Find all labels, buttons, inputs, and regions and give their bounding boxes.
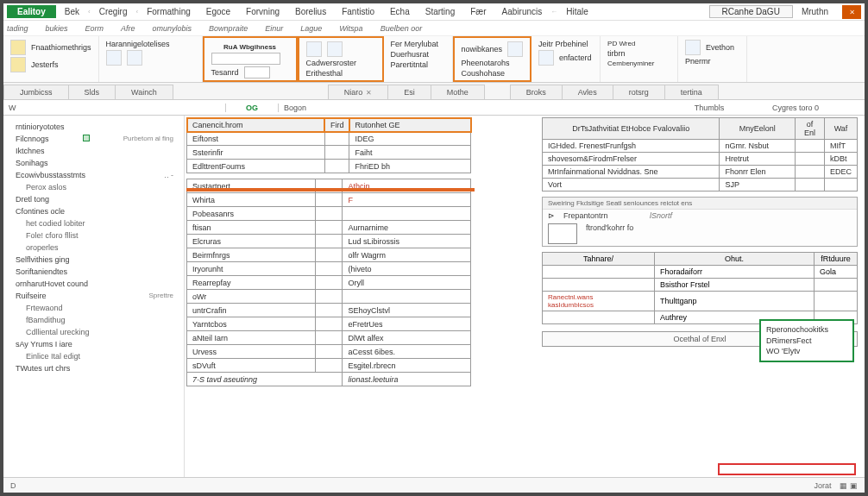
data-table-2[interactable]: SustartnertAthcinWhirtaFPobeasanrsftisan… (186, 179, 471, 386)
cell[interactable] (543, 266, 655, 279)
detail-table[interactable]: Tahnare/ Ohut. fRtduure FhoradaiforrGola… (542, 252, 858, 324)
cell[interactable]: Fhonrr Elen (720, 166, 796, 179)
cell[interactable]: DlWt alfex (343, 331, 471, 345)
cell[interactable]: Fhoradaiforr (655, 266, 815, 279)
cell[interactable] (324, 132, 349, 146)
cell[interactable]: Beirmfnrgs (187, 248, 316, 262)
cell[interactable] (815, 279, 858, 292)
cell[interactable]: Vort (543, 179, 720, 191)
data-table[interactable]: Canencit.hrom Fird Rutonhet GE EiftonstI… (186, 117, 471, 173)
cell[interactable]: shovesom&FirodmFrelser (543, 153, 720, 166)
menu-7[interactable]: Fantistio (335, 5, 381, 18)
cell[interactable]: Pobeasanrs (187, 207, 316, 221)
menu-file[interactable]: Ealitoy (7, 5, 56, 18)
cell[interactable] (315, 345, 343, 359)
side-item[interactable]: Sonihags (7, 157, 180, 169)
preview-box[interactable] (548, 223, 577, 244)
cell[interactable] (324, 160, 349, 173)
cell[interactable]: FhriED bh (349, 160, 471, 173)
side-item[interactable]: oroperles (7, 242, 180, 254)
cell[interactable] (824, 179, 857, 191)
cell[interactable] (795, 153, 824, 166)
cell[interactable]: Thulttganp (655, 292, 815, 311)
side-item[interactable]: sAy Yrums I iare (7, 338, 180, 350)
table-icon[interactable] (507, 41, 523, 57)
sublink[interactable]: bukies (46, 24, 68, 33)
cell[interactable] (315, 207, 343, 221)
table-row[interactable]: EdlttrentFoumsFhriED bh (187, 160, 471, 173)
side-item[interactable]: RuifseireSprettre (7, 290, 180, 302)
window-close-button[interactable]: ⨉ (842, 5, 861, 19)
th[interactable]: of Enl (795, 118, 824, 140)
sublink[interactable]: omunylobis (153, 24, 192, 33)
tab[interactable]: Broks (510, 85, 563, 99)
table-row[interactable]: Beirmfnrgsolfr Wagrm (187, 248, 471, 262)
menu-5[interactable]: Forvning (239, 5, 286, 18)
side-item[interactable]: Fole! cforo fllist (7, 229, 180, 242)
side-item[interactable]: fBamdithug (7, 314, 180, 326)
tab[interactable]: Esi (387, 85, 431, 99)
cell[interactable]: Iryorunht (187, 262, 316, 276)
cell[interactable]: Gola (815, 266, 858, 279)
table-header[interactable]: Fird (324, 118, 349, 132)
sublink[interactable]: Afre (121, 24, 135, 33)
tab[interactable]: Wainch (115, 85, 173, 99)
size-dropdown[interactable] (244, 66, 270, 78)
table-row[interactable]: aNteil IarnDlWt alfex (187, 331, 471, 345)
table-row[interactable]: ftisanAurnarnime (187, 221, 471, 235)
menu-11[interactable]: Aabiruncis (495, 5, 550, 18)
sublink[interactable]: Bownpraite (209, 24, 248, 33)
menu-10[interactable]: Fær (463, 5, 493, 18)
side-item[interactable]: FilcnnogsPurbetom al fing (7, 133, 180, 145)
cell[interactable] (315, 304, 343, 317)
table-row[interactable]: ElcrurasLud sLibirossis (187, 235, 471, 248)
table-row[interactable]: EiftonstIDEG (187, 132, 471, 146)
table-row[interactable]: Pobeasanrs (187, 207, 471, 221)
paste-icon[interactable] (10, 40, 26, 55)
sublink[interactable]: Einur (265, 24, 283, 33)
cell[interactable]: Aurnarnime (343, 221, 471, 235)
cell[interactable] (315, 317, 343, 331)
th[interactable]: DrTsJathvitiat EtHobce Fvalovaliio (543, 118, 720, 140)
table-row[interactable]: UrvessaCesst 6ibes. (187, 345, 471, 359)
table-row[interactable]: WhirtaF (187, 193, 471, 207)
cell[interactable]: F (343, 193, 471, 207)
table-header[interactable]: Canencit.hrom (187, 118, 325, 132)
cell[interactable] (343, 290, 471, 304)
cell[interactable] (795, 140, 824, 153)
th[interactable]: Tahnare/ (543, 253, 655, 266)
table-row[interactable]: VortSJP (543, 179, 858, 191)
cell[interactable] (795, 179, 824, 191)
side-item[interactable]: Selflvithies ging (7, 254, 180, 266)
tab[interactable]: Mothe (431, 85, 485, 99)
tab[interactable]: tertina (664, 85, 719, 99)
cell[interactable]: Lud sLibirossis (343, 235, 471, 248)
table-row[interactable]: untrCrafinSEhoyClstvl (187, 304, 471, 317)
cell[interactable]: EdlttrentFoums (187, 160, 325, 173)
tab[interactable]: Avles (562, 85, 613, 99)
cell[interactable]: nGmr. Nsbut (720, 140, 796, 153)
cell[interactable]: Elcruras (187, 235, 316, 248)
align-icon[interactable] (327, 41, 343, 57)
cell[interactable]: aCesst 6ibes. (343, 345, 471, 359)
cell[interactable]: untrCrafin (187, 304, 316, 317)
cell[interactable]: Eiftonst (187, 132, 325, 146)
th[interactable]: MnyEelonl (720, 118, 796, 140)
cell[interactable] (315, 290, 343, 304)
align-icon[interactable] (306, 41, 322, 57)
side-item[interactable]: TWutes urt chrs (7, 362, 180, 374)
cell[interactable]: Esgitel.rbrecn (343, 359, 471, 373)
cell[interactable]: Ranectnl.wanskasIdumblcsos (543, 292, 655, 311)
cell[interactable]: IGHded. FrenestFrunfgsh (543, 140, 720, 153)
menu-9[interactable]: Starting (418, 5, 462, 18)
cell[interactable]: EDEC (824, 166, 857, 179)
menu-6[interactable]: Borelius (288, 5, 333, 18)
tab[interactable]: Niaro✕ (328, 85, 389, 99)
table-row[interactable]: Iryorunht(hiveto (187, 262, 471, 276)
cell[interactable]: SJP (720, 179, 796, 191)
cell[interactable]: Bsisthor Frstel (655, 279, 815, 292)
export-icon[interactable] (685, 40, 701, 55)
side-item[interactable]: Cfontines ocle (7, 205, 180, 217)
cell[interactable]: Hretrut (720, 153, 796, 166)
clipboard-icon[interactable] (10, 57, 26, 72)
